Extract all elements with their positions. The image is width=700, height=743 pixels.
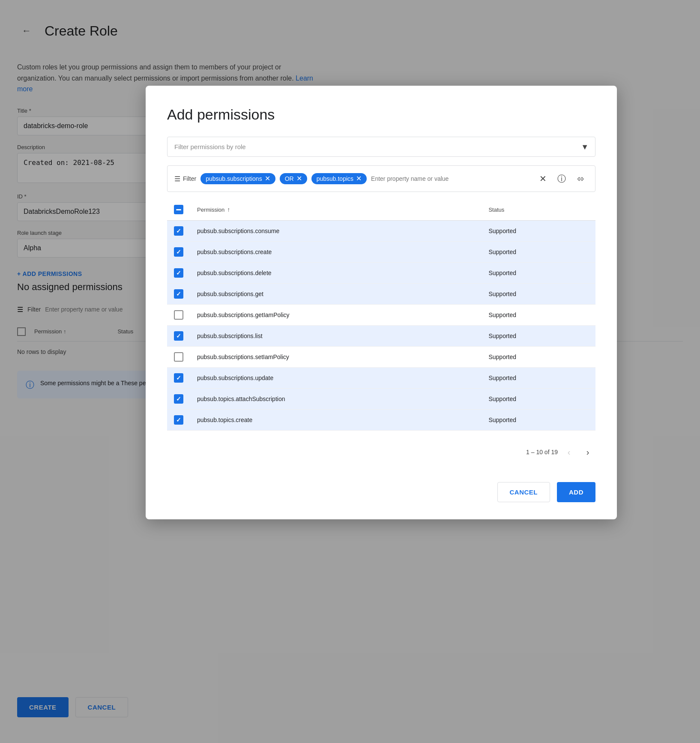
table-row: pubsub.subscriptions.updateSupported: [167, 368, 595, 389]
row-checkbox-cell: [167, 305, 190, 326]
pagination-next-button[interactable]: ›: [580, 444, 595, 460]
row-checkbox-cell: [167, 263, 190, 284]
row-status: Supported: [482, 263, 595, 284]
filter-tags-bar: ☰ Filter pubsub.subscriptions ✕ OR ✕ pub…: [167, 165, 595, 192]
row-checkbox-cell: [167, 410, 190, 431]
tag-subscriptions-close[interactable]: ✕: [265, 175, 270, 182]
table-row: pubsub.subscriptions.getSupported: [167, 284, 595, 305]
dialog-title: Add permissions: [167, 106, 595, 123]
table-row: pubsub.subscriptions.createSupported: [167, 242, 595, 263]
row-permission-name: pubsub.subscriptions.getIamPolicy: [190, 305, 482, 326]
tag-subscriptions-label: pubsub.subscriptions: [206, 175, 262, 182]
pagination-text: 1 – 10 of 19: [526, 449, 558, 455]
filter-label: ☰ Filter: [174, 175, 196, 183]
filter-lines-icon-dialog: ☰: [174, 175, 180, 183]
add-dialog-button[interactable]: ADD: [557, 482, 595, 502]
row-status: Supported: [482, 410, 595, 431]
row-checkbox-cell: [167, 368, 190, 389]
row-permission-name: pubsub.subscriptions.create: [190, 242, 482, 263]
row-permission-name: pubsub.subscriptions.get: [190, 284, 482, 305]
tag-topics-close[interactable]: ✕: [356, 175, 362, 182]
row-status: Supported: [482, 389, 595, 410]
select-all-th: [167, 199, 190, 221]
row-status: Supported: [482, 221, 595, 242]
row-status: Supported: [482, 242, 595, 263]
table-row: pubsub.topics.attachSubscriptionSupporte…: [167, 389, 595, 410]
row-permission-name: pubsub.subscriptions.delete: [190, 263, 482, 284]
filter-role-dropdown[interactable]: Filter permissions by role: [167, 137, 595, 157]
row-permission-name: pubsub.subscriptions.setIamPolicy: [190, 347, 482, 368]
table-row: pubsub.subscriptions.setIamPolicySupport…: [167, 347, 595, 368]
row-status: Supported: [482, 284, 595, 305]
table-row: pubsub.topics.createSupported: [167, 410, 595, 431]
row-checkbox-1[interactable]: [174, 247, 183, 257]
row-checkbox-0[interactable]: [174, 226, 183, 236]
help-filter-button[interactable]: ⓘ: [554, 171, 569, 186]
row-checkbox-7[interactable]: [174, 373, 183, 383]
row-checkbox-cell: [167, 347, 190, 368]
tag-subscriptions: pubsub.subscriptions ✕: [200, 173, 275, 184]
filter-actions: ✕ ⓘ ⬄: [535, 171, 588, 186]
row-checkbox-3[interactable]: [174, 289, 183, 299]
cancel-dialog-button[interactable]: CANCEL: [497, 482, 550, 502]
tag-topics: pubsub.topics ✕: [311, 173, 367, 184]
pagination: 1 – 10 of 19 ‹ ›: [167, 439, 595, 465]
row-checkbox-cell: [167, 242, 190, 263]
dialog-actions: CANCEL ADD: [167, 473, 595, 502]
filter-text-input[interactable]: [371, 175, 531, 182]
row-status: Supported: [482, 326, 595, 347]
row-permission-name: pubsub.subscriptions.update: [190, 368, 482, 389]
tag-or-close[interactable]: ✕: [296, 175, 302, 182]
row-status: Supported: [482, 305, 595, 326]
row-permission-name: pubsub.subscriptions.consume: [190, 221, 482, 242]
row-checkbox-cell: [167, 284, 190, 305]
row-status: Supported: [482, 368, 595, 389]
permission-col-header: Permission ↑: [190, 199, 482, 221]
row-permission-name: pubsub.topics.attachSubscription: [190, 389, 482, 410]
add-permissions-dialog: Add permissions Filter permissions by ro…: [146, 86, 617, 519]
table-row: pubsub.subscriptions.listSupported: [167, 326, 595, 347]
row-checkbox-5[interactable]: [174, 331, 183, 341]
row-permission-name: pubsub.topics.create: [190, 410, 482, 431]
row-status: Supported: [482, 347, 595, 368]
row-checkbox-cell: [167, 389, 190, 410]
filter-role-dropdown-wrapper: Filter permissions by role ▼: [167, 137, 595, 157]
table-row: pubsub.subscriptions.consumeSupported: [167, 221, 595, 242]
row-checkbox-2[interactable]: [174, 268, 183, 278]
clear-filter-button[interactable]: ✕: [535, 171, 550, 186]
table-row: pubsub.subscriptions.getIamPolicySupport…: [167, 305, 595, 326]
tag-or: OR ✕: [280, 173, 307, 184]
row-checkbox-4[interactable]: [174, 310, 183, 320]
row-checkbox-8[interactable]: [174, 394, 183, 404]
sort-icon: ↑: [227, 206, 230, 213]
row-checkbox-cell: [167, 221, 190, 242]
pagination-prev-button[interactable]: ‹: [561, 444, 577, 460]
select-all-checkbox[interactable]: [174, 205, 183, 214]
columns-button[interactable]: ⬄: [573, 171, 588, 186]
row-permission-name: pubsub.subscriptions.list: [190, 326, 482, 347]
row-checkbox-cell: [167, 326, 190, 347]
permissions-table: Permission ↑ Status pubsub.subscriptions…: [167, 199, 595, 431]
row-checkbox-6[interactable]: [174, 352, 183, 362]
tag-topics-label: pubsub.topics: [317, 175, 353, 182]
table-row: pubsub.subscriptions.deleteSupported: [167, 263, 595, 284]
row-checkbox-9[interactable]: [174, 415, 183, 425]
status-col-header: Status: [482, 199, 595, 221]
tag-or-label: OR: [285, 175, 294, 182]
